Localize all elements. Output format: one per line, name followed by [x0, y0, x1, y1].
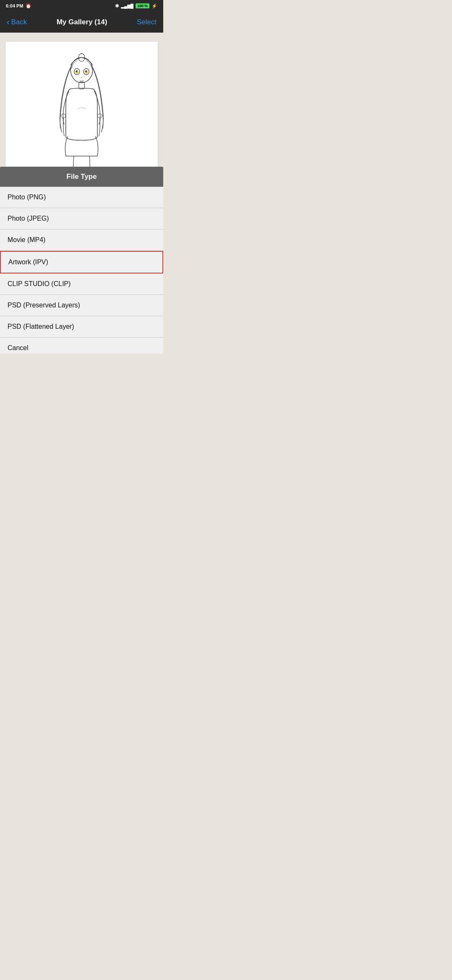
battery-indicator: 100 % [136, 3, 149, 8]
signal-icon: ▂▄▆█ [121, 4, 134, 8]
artwork-image [5, 41, 158, 184]
back-button[interactable]: ‹ Back [7, 17, 27, 27]
svg-point-5 [85, 70, 88, 74]
main-content: File Type Photo (PNG)Photo (JPEG)Movie (… [0, 33, 163, 312]
status-bar: 6:04 PM ⏰ ✱ ▂▄▆█ 100 % ⚡ [0, 0, 163, 12]
svg-point-7 [85, 70, 87, 72]
file-type-modal-overlay: File Type Photo (PNG)Photo (JPEG)Movie (… [5, 167, 158, 196]
status-time: 6:04 PM [6, 3, 23, 8]
svg-point-9 [61, 114, 66, 118]
modal-option-png[interactable]: Photo (PNG) [5, 187, 158, 196]
anime-figure-svg [40, 46, 123, 180]
svg-point-4 [75, 70, 79, 74]
alarm-icon: ⏰ [26, 3, 31, 9]
svg-point-6 [76, 70, 77, 72]
modal-title: File Type [5, 167, 158, 187]
battery-text: % [144, 4, 148, 8]
back-chevron-icon: ‹ [7, 17, 10, 27]
status-left: 6:04 PM ⏰ [6, 3, 31, 9]
header: ‹ Back My Gallery (14) Select [0, 12, 163, 33]
bluetooth-icon: ✱ [115, 3, 119, 9]
back-label: Back [11, 18, 27, 26]
status-right: ✱ ▂▄▆█ 100 % ⚡ [115, 3, 157, 9]
charging-icon: ⚡ [152, 3, 157, 9]
file-type-modal: File Type Photo (PNG)Photo (JPEG)Movie (… [5, 167, 158, 196]
svg-point-10 [98, 114, 102, 118]
page-title: My Gallery (14) [56, 18, 107, 26]
modal-options-list: Photo (PNG)Photo (JPEG)Movie (MP4)Artwor… [5, 187, 158, 196]
select-button[interactable]: Select [137, 18, 157, 26]
artwork-card: File Type Photo (PNG)Photo (JPEG)Movie (… [5, 41, 158, 196]
